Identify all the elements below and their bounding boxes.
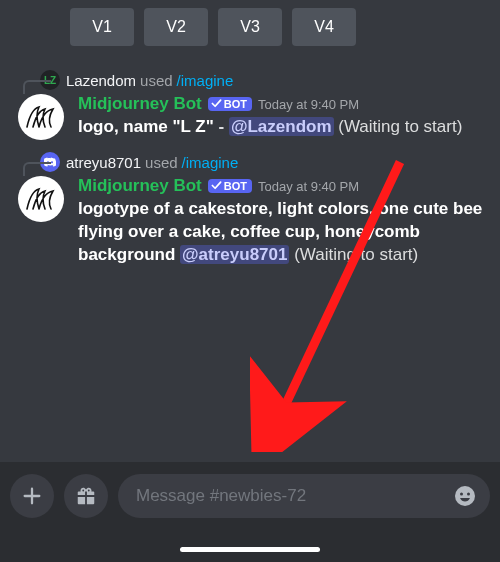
timestamp: Today at 9:40 PM [258,97,359,112]
message-content: logo, name "L Z" - @Lazendom (Waiting to… [78,116,488,139]
v4-button[interactable]: V4 [292,8,356,46]
reply-username: Lazendom [66,72,136,89]
v1-button[interactable]: V1 [70,8,134,46]
reply-used-label: used [140,72,173,89]
home-indicator [180,547,320,552]
gift-button[interactable] [64,474,108,518]
timestamp: Today at 9:40 PM [258,179,359,194]
reply-used-label: used [145,154,178,171]
user-mention[interactable]: @Lazendom [229,117,334,136]
svg-point-2 [467,493,470,496]
reply-command: /imagine [182,154,239,171]
message-content: logotype of a cakestore, light colors, o… [78,198,488,267]
svg-point-0 [455,486,475,506]
emoji-button[interactable] [450,481,480,511]
variation-button-row: V1 V2 V3 V4 [0,0,500,64]
bot-tag: BOT [208,97,252,111]
reply-command: /imagine [177,72,234,89]
v3-button[interactable]: V3 [218,8,282,46]
reply-reference[interactable]: LZ Lazendom used /imagine [40,70,488,90]
bot-avatar[interactable] [18,176,64,222]
v2-button[interactable]: V2 [144,8,208,46]
author-name[interactable]: Midjourney Bot [78,94,202,114]
svg-point-1 [460,493,463,496]
bot-avatar[interactable] [18,94,64,140]
bot-tag: BOT [208,179,252,193]
message-group: atreyu8701 used /imagine Midjourney Bot … [0,146,500,273]
message-composer[interactable] [118,474,490,518]
add-attachment-button[interactable] [10,474,54,518]
reply-username: atreyu8701 [66,154,141,171]
user-mention[interactable]: @atreyu8701 [180,245,289,264]
message-input[interactable] [136,486,450,506]
reply-reference[interactable]: atreyu8701 used /imagine [40,152,488,172]
message-group: LZ Lazendom used /imagine Midjourney Bot… [0,64,500,146]
author-name[interactable]: Midjourney Bot [78,176,202,196]
